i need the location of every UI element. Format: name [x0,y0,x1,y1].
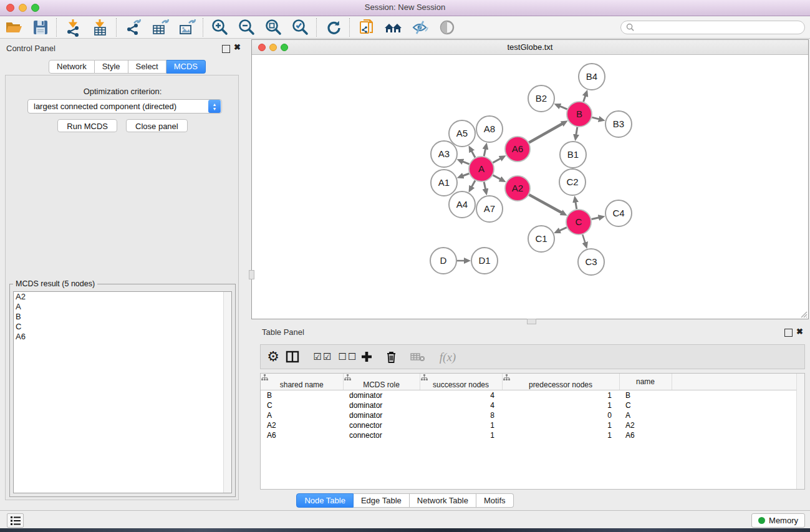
cell-predecessor-nodes[interactable]: 1 [502,390,619,401]
hide-graphics-details-button[interactable] [407,17,433,38]
cell-MCDS-role[interactable]: connector [343,430,420,440]
table-row[interactable]: Adominator80A [261,410,804,420]
select-all-columns-button[interactable]: ☑☑ [311,351,335,362]
export-network-button[interactable] [120,17,147,38]
mcds-result-list[interactable]: A2ABCA6 [13,291,232,493]
graph-edge-A-A6[interactable] [493,158,500,163]
optimization-criterion-dropdown[interactable]: largest connected component (directed) ▲… [27,99,222,114]
cell-successor-nodes[interactable]: 8 [420,410,502,420]
graph-edge-A2-C[interactable] [529,195,561,213]
close-panel-button[interactable]: Close panel [126,119,188,132]
node-table-grid[interactable]: shared nameMCDS rolesuccessor nodesprede… [261,374,804,440]
search-field[interactable] [620,21,805,34]
mcds-result-item[interactable]: A6 [14,332,231,342]
import-table-button[interactable] [87,17,113,38]
save-session-button[interactable] [27,17,54,38]
cell-shared-name[interactable]: C [261,400,343,410]
run-mcds-button[interactable]: Run MCDS [57,119,117,132]
cell-MCDS-role[interactable]: connector [343,420,420,430]
tab-network-table[interactable]: Network Table [410,493,476,508]
graph-edge-B-B3[interactable] [592,117,599,119]
graph-edge-A-A5[interactable] [471,151,475,157]
column-header-name[interactable]: name [619,374,672,390]
deselect-all-columns-button[interactable]: ☐☐ [335,351,360,362]
cell-successor-nodes[interactable]: 4 [420,400,502,410]
graph-edge-C-C3[interactable] [582,235,585,243]
cell-name[interactable]: A6 [619,430,672,440]
network-window-titlebar[interactable]: testGlobe.txt [252,40,808,55]
network-canvas[interactable]: B4B2BB3A8A5A6A3B1AA1C2A2A4A7C4CC1C3DD1 [252,55,808,319]
export-table-button[interactable] [147,17,173,38]
cell-MCDS-role[interactable]: dominator [343,390,420,401]
open-file-button[interactable] [0,17,27,38]
zoom-in-button[interactable] [206,17,233,38]
table-settings-button[interactable]: ⚙ [261,349,286,365]
tab-node-table[interactable]: Node Table [296,493,354,508]
mcds-result-item[interactable]: B [14,312,231,322]
cell-MCDS-role[interactable]: dominator [343,400,420,410]
tab-mcds[interactable]: MCDS [166,60,206,74]
table-row[interactable]: A2connector11A2 [261,420,804,430]
cell-predecessor-nodes[interactable]: 0 [502,410,619,420]
graph-edge-A-A3[interactable] [463,162,470,164]
column-header-successor-nodes[interactable]: successor nodes [420,374,502,390]
show-column-button[interactable] [286,351,311,363]
cell-successor-nodes[interactable]: 1 [420,430,502,440]
graph-edge-A-A2[interactable] [493,175,501,179]
tab-motifs[interactable]: Motifs [476,493,514,508]
cell-shared-name[interactable]: A2 [261,420,343,430]
graph-edge-B-B1[interactable] [576,127,577,135]
network-graph[interactable]: B4B2BB3A8A5A6A3B1AA1C2A2A4A7C4CC1C3DD1 [252,55,808,319]
mcds-result-item[interactable]: A [14,302,231,312]
table-row[interactable]: A6connector11A6 [261,430,804,440]
cell-name[interactable]: A [619,410,672,420]
zoom-out-button[interactable] [233,17,260,38]
table-panel-close-icon[interactable]: ✖ [796,327,803,336]
graph-edge-C-C4[interactable] [592,218,599,220]
tab-style[interactable]: Style [95,60,128,74]
memory-button[interactable]: Memory [751,513,805,528]
table-row[interactable]: Bdominator41B [261,390,804,401]
cell-MCDS-role[interactable]: dominator [343,410,420,420]
mcds-list-scrollbar[interactable] [223,292,231,493]
graph-edge-A6-B[interactable] [529,123,562,142]
graph-edge-B-B2[interactable] [560,106,567,109]
column-header-MCDS-role[interactable]: MCDS role [343,374,420,390]
zoom-fit-button[interactable] [260,17,287,38]
split-pane-handle[interactable] [249,270,254,279]
window-resize-grip[interactable] [799,309,808,318]
cell-shared-name[interactable]: A [261,410,343,420]
graph-edge-A-A1[interactable] [463,173,469,176]
mcds-result-item[interactable]: A2 [14,292,231,302]
graph-edge-B-B4[interactable] [584,95,586,102]
column-header-shared-name[interactable]: shared name [261,374,343,390]
graph-edge-A-A4[interactable] [471,180,475,186]
import-network-button[interactable] [60,17,87,38]
graph-edge-C-C1[interactable] [559,228,567,231]
show-panels-button[interactable] [7,513,24,528]
tab-edge-table[interactable]: Edge Table [354,493,410,508]
cell-name[interactable]: B [619,390,672,401]
add-button[interactable] [360,351,385,363]
tab-network[interactable]: Network [49,60,95,74]
delete-button[interactable] [385,351,410,364]
home-button[interactable] [380,17,407,38]
cell-shared-name[interactable]: A6 [261,430,343,440]
table-scrollbar[interactable] [796,374,804,489]
cell-name[interactable]: C [619,400,672,410]
column-header-predecessor-nodes[interactable]: predecessor nodes [502,374,619,390]
split-pane-handle[interactable] [527,319,536,324]
export-image-button[interactable] [173,17,200,38]
cell-successor-nodes[interactable]: 1 [420,420,502,430]
graph-edge-A-A7[interactable] [484,182,485,190]
duplicate-network-view-button[interactable] [353,17,380,38]
cell-shared-name[interactable]: B [261,390,343,401]
cell-name[interactable]: A2 [619,420,672,430]
graph-edge-A-A8[interactable] [484,148,485,156]
graph-edge-C-C2[interactable] [576,202,577,210]
cell-predecessor-nodes[interactable]: 1 [502,420,619,430]
control-panel-close-icon[interactable]: ✖ [234,43,241,52]
zoom-selected-button[interactable] [287,17,314,38]
table-panel-float-icon[interactable] [784,329,793,337]
table-row[interactable]: Cdominator41C [261,400,804,410]
